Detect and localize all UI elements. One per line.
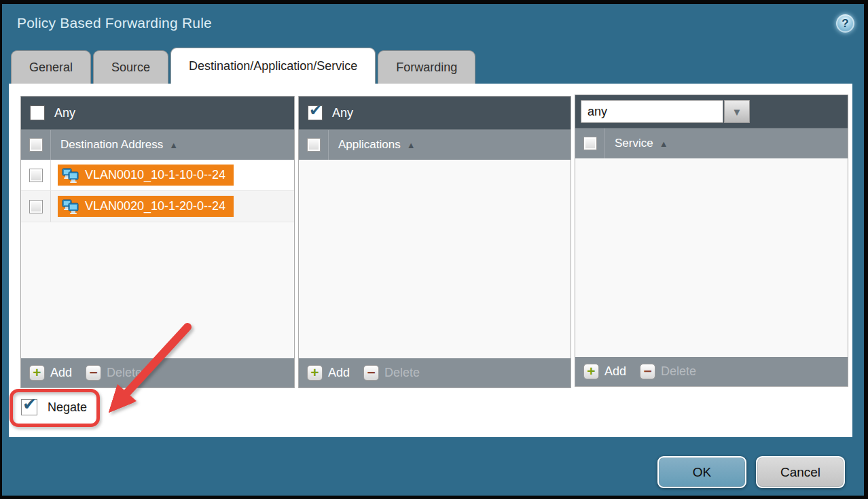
dialog-window: Policy Based Forwarding Rule ? General S…	[0, 0, 868, 499]
table-row[interactable]: ✔ VLAN0010_10-1-10-0--24	[21, 160, 294, 191]
service-column-header[interactable]: ✔ Service ▲	[575, 128, 848, 158]
service-list	[575, 158, 848, 357]
dropdown-button[interactable]: ▼	[724, 100, 750, 123]
dialog-title: Policy Based Forwarding Rule	[17, 15, 212, 31]
service-selectall-checkbox[interactable]: ✔	[583, 137, 597, 150]
delete-icon: −	[363, 365, 379, 381]
network-icon	[62, 168, 79, 183]
sort-asc-icon: ▲	[169, 140, 178, 150]
sort-asc-icon: ▲	[659, 139, 668, 149]
row-checkbox[interactable]: ✔	[29, 169, 43, 182]
service-header-label: Service	[615, 137, 653, 150]
service-footer: + Add − Delete	[575, 357, 848, 386]
tab-source[interactable]: Source	[93, 50, 168, 84]
destination-footer: + Add − Delete	[21, 358, 294, 388]
delete-button[interactable]: − Delete	[86, 365, 142, 381]
address-object-chip[interactable]: VLAN0010_10-1-10-0--24	[58, 165, 234, 186]
service-dropdown-value[interactable]: any	[581, 100, 723, 123]
sort-asc-icon: ▲	[407, 140, 416, 150]
add-icon: +	[29, 365, 45, 381]
add-button[interactable]: + Add	[29, 365, 72, 381]
add-button[interactable]: + Add	[583, 364, 626, 379]
applications-column: ✔ Any ✔ Applications ▲ + Add − Delete	[298, 96, 571, 388]
delete-button[interactable]: − Delete	[640, 364, 696, 379]
destination-address-column: ✔ Any ✔ Destination Address ▲ ✔	[20, 96, 295, 388]
row-checkbox[interactable]: ✔	[29, 200, 43, 213]
table-row[interactable]: ✔ VLAN0020_10-1-20-0--24	[21, 191, 294, 222]
destination-selectall-checkbox[interactable]: ✔	[29, 138, 43, 152]
help-icon[interactable]: ?	[836, 14, 854, 33]
tab-forwarding[interactable]: Forwarding	[378, 50, 475, 84]
network-icon	[62, 199, 79, 214]
ok-button[interactable]: OK	[657, 456, 746, 488]
destination-any-bar: ✔ Any	[21, 97, 294, 129]
address-object-chip[interactable]: VLAN0020_10-1-20-0--24	[58, 196, 234, 217]
delete-button[interactable]: − Delete	[363, 365, 420, 381]
applications-header-label: Applications	[338, 138, 401, 152]
negate-control: ✔ Negate	[21, 399, 87, 415]
applications-any-bar: ✔ Any	[299, 97, 571, 129]
tab-destination-application-service[interactable]: Destination/Application/Service	[170, 48, 376, 84]
applications-any-label: Any	[332, 106, 353, 120]
question-mark-glyph: ?	[842, 18, 848, 29]
add-icon: +	[583, 364, 599, 379]
negate-label: Negate	[48, 400, 87, 415]
destination-any-checkbox[interactable]: ✔	[30, 105, 45, 120]
dialog-frame: Policy Based Forwarding Rule ? General S…	[2, 4, 864, 496]
address-object-label: VLAN0020_10-1-20-0--24	[85, 199, 225, 213]
destination-header-label: Destination Address	[60, 138, 163, 152]
delete-icon: −	[86, 365, 101, 381]
applications-list	[299, 160, 571, 358]
tab-general[interactable]: General	[11, 50, 91, 84]
applications-any-checkbox[interactable]: ✔	[308, 105, 323, 120]
service-dropdown-bar: any ▼	[575, 95, 848, 128]
applications-column-header[interactable]: ✔ Applications ▲	[299, 129, 571, 160]
destination-column-header[interactable]: ✔ Destination Address ▲	[21, 129, 294, 160]
tab-bar: General Source Destination/Application/S…	[11, 48, 475, 84]
applications-selectall-checkbox[interactable]: ✔	[307, 138, 321, 152]
add-button[interactable]: + Add	[307, 365, 350, 381]
add-icon: +	[307, 365, 323, 381]
destination-list: ✔ VLAN0010_10-1-10-0--24	[21, 160, 294, 358]
cancel-button[interactable]: Cancel	[756, 456, 845, 488]
delete-icon: −	[640, 364, 655, 379]
service-dropdown[interactable]: any ▼	[581, 100, 750, 123]
negate-checkbox[interactable]: ✔	[21, 399, 37, 415]
address-object-label: VLAN0010_10-1-10-0--24	[85, 168, 225, 182]
applications-footer: + Add − Delete	[299, 358, 571, 388]
service-column: any ▼ ✔ Service ▲ + Add − Delete	[575, 94, 848, 387]
chevron-down-icon: ▼	[732, 106, 742, 118]
destination-any-label: Any	[54, 106, 75, 120]
